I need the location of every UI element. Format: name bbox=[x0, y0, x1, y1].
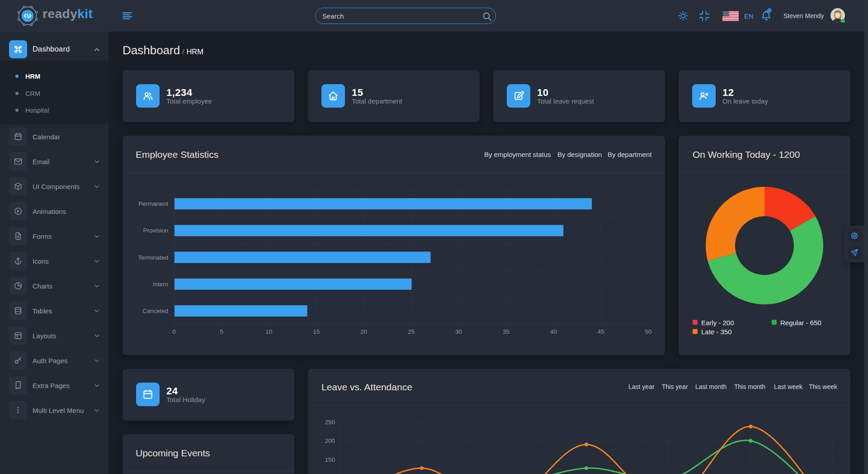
svg-text:50: 50 bbox=[645, 328, 651, 335]
svg-text:25: 25 bbox=[408, 328, 415, 335]
svg-text:200: 200 bbox=[325, 437, 335, 444]
svg-text:Early - 200: Early - 200 bbox=[701, 319, 734, 327]
svg-text:10: 10 bbox=[265, 328, 272, 335]
svg-text:Regular - 650: Regular - 650 bbox=[780, 319, 821, 327]
svg-text:Permanent: Permanent bbox=[138, 200, 168, 207]
svg-text:20: 20 bbox=[360, 328, 367, 335]
svg-text:Intern: Intern bbox=[152, 281, 168, 288]
svg-text:Terminated: Terminated bbox=[138, 254, 168, 261]
svg-text:Canceled: Canceled bbox=[142, 308, 168, 314]
svg-text:Provision: Provision bbox=[143, 227, 168, 234]
svg-text:40: 40 bbox=[550, 328, 557, 335]
svg-text:0: 0 bbox=[172, 328, 176, 335]
svg-text:Late - 350: Late - 350 bbox=[701, 328, 732, 336]
svg-text:35: 35 bbox=[503, 328, 509, 335]
svg-text:30: 30 bbox=[455, 328, 462, 335]
svg-text:250: 250 bbox=[325, 419, 335, 426]
svg-text:150: 150 bbox=[325, 456, 335, 463]
svg-text:5: 5 bbox=[220, 328, 223, 335]
svg-text:45: 45 bbox=[598, 328, 604, 335]
svg-text:15: 15 bbox=[313, 328, 320, 335]
